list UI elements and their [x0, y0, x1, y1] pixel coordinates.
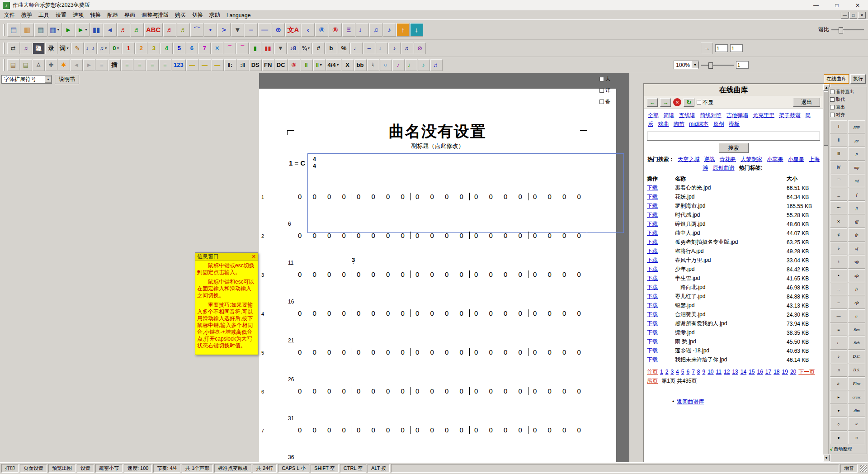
- zoom-select[interactable]: 100%▼: [674, 61, 699, 69]
- category-link[interactable]: 五线谱: [679, 112, 695, 118]
- target-icon[interactable]: ⊕: [272, 23, 285, 37]
- status-segment[interactable]: 页面设置: [20, 464, 47, 473]
- status-segment[interactable]: 速度: 100: [124, 464, 152, 473]
- measure[interactable]: 0 0 0 0: [352, 193, 411, 200]
- symbol-button[interactable]: —: [830, 309, 847, 322]
- hot-search-link[interactable]: 小苹果: [767, 156, 783, 162]
- dynamic-button[interactable]: ∞: [848, 417, 865, 431]
- input-switch-icon[interactable]: ⇄: [7, 43, 19, 54]
- symbol-button[interactable]: ♩: [830, 337, 847, 350]
- select-caret-icon[interactable]: ▼: [231, 23, 244, 37]
- last-page-link[interactable]: 尾页: [647, 378, 658, 384]
- download-link[interactable]: 下载: [647, 347, 658, 354]
- staccato-icon[interactable]: •: [204, 23, 217, 37]
- dynamic-button[interactable]: fz: [848, 283, 865, 296]
- close-icon[interactable]: ✕: [252, 254, 256, 260]
- page-link[interactable]: 15: [749, 369, 755, 375]
- sidebar-option-checkbox[interactable]: 直出: [830, 104, 865, 110]
- octave-circle-icon[interactable]: ⑧: [288, 59, 300, 71]
- page-link[interactable]: 1: [660, 369, 663, 375]
- category-link[interactable]: 简谱: [663, 112, 674, 118]
- symbol-button[interactable]: Ⅲ: [830, 147, 847, 161]
- status-segment[interactable]: CAPS L 小: [278, 464, 309, 473]
- measure[interactable]: 0 0 0 0: [470, 232, 528, 239]
- mdi-window-button[interactable]: —: [841, 12, 849, 19]
- dynamic-button[interactable]: Fine: [848, 377, 865, 390]
- menu-item[interactable]: 调整与排版: [138, 10, 172, 20]
- download-link[interactable]: 下载: [647, 284, 658, 290]
- download-link[interactable]: 下载: [647, 230, 658, 236]
- status-segment[interactable]: 预览出图: [48, 464, 75, 473]
- digit-6-button[interactable]: 6: [186, 43, 198, 54]
- font-symbol-select[interactable]: 字体扩展符号▼: [1, 75, 52, 84]
- dash-short-icon[interactable]: —: [186, 59, 198, 71]
- download-link[interactable]: 下载: [647, 311, 658, 318]
- execute-tab[interactable]: 执行: [850, 74, 866, 84]
- measure[interactable]: 0 0 0 0: [470, 426, 528, 434]
- digit-2-button[interactable]: 2: [135, 43, 147, 54]
- measure[interactable]: 0 0 0 0: [293, 387, 352, 395]
- tools-icon[interactable]: ✚: [45, 59, 57, 71]
- slur-icon[interactable]: ⌒: [190, 23, 203, 37]
- category-link[interactable]: 简线对照: [700, 112, 722, 118]
- toolbar-grip[interactable]: [3, 59, 5, 71]
- checkbox-icon[interactable]: [830, 97, 835, 102]
- dash-long-icon[interactable]: —: [212, 59, 224, 71]
- digit-0-button[interactable]: 0▼: [110, 43, 122, 54]
- download-link[interactable]: 下载: [647, 266, 658, 272]
- page-number-input[interactable]: [736, 61, 749, 69]
- menu-item[interactable]: 切换: [189, 10, 206, 20]
- quarter-note-icon[interactable]: ♩: [350, 43, 363, 54]
- sixteenth-note-icon[interactable]: ♬: [401, 43, 413, 54]
- goto-measure-icon[interactable]: →: [701, 43, 713, 54]
- category-link[interactable]: mid课本: [689, 121, 708, 127]
- barline-select-icon[interactable]: ‖▼: [313, 59, 326, 71]
- score-option-checkbox[interactable]: 详: [599, 87, 628, 94]
- digit-3-button[interactable]: 3: [148, 43, 160, 54]
- spacing-auto-icon[interactable]: ≡: [159, 59, 171, 71]
- menu-item[interactable]: 界面: [121, 10, 138, 20]
- measure[interactable]: 0 0 0 0: [411, 232, 470, 239]
- menu-item[interactable]: 教学: [18, 10, 35, 20]
- online-library-tab[interactable]: 在线曲库: [824, 74, 849, 84]
- measure[interactable]: 0 0 0 0: [411, 348, 470, 356]
- eighth-note-icon[interactable]: ♪: [388, 43, 401, 54]
- scroll-down-icon[interactable]: ▼: [823, 455, 830, 461]
- menu-item[interactable]: 配器: [104, 10, 121, 20]
- dynamic-button[interactable]: cresc: [848, 391, 865, 404]
- delete-note-icon[interactable]: ✕: [211, 43, 223, 54]
- download-link[interactable]: 下载: [647, 356, 658, 363]
- time-44-icon[interactable]: 4/4▼: [326, 59, 341, 71]
- menu-item[interactable]: 转换: [87, 10, 104, 20]
- symbol-button[interactable]: ▸: [830, 391, 847, 404]
- download-link[interactable]: 下载: [647, 248, 658, 254]
- status-segment[interactable]: 设置: [77, 464, 94, 473]
- score-subtitle[interactable]: 副标题（点此修改）: [259, 142, 616, 150]
- lyrics-abc-icon[interactable]: ABC: [144, 23, 163, 37]
- hot-search-link[interactable]: 逆战: [704, 156, 715, 162]
- spacing-narrow-icon[interactable]: ≡: [121, 59, 133, 71]
- download-link[interactable]: 下载: [647, 302, 658, 308]
- measure[interactable]: 0 0 0 0: [293, 270, 352, 278]
- octave-up-icon[interactable]: ⑧: [315, 23, 328, 37]
- status-segment[interactable]: 共 24行: [253, 464, 277, 473]
- accent-icon[interactable]: >: [217, 23, 231, 37]
- notes-green-icon[interactable]: ♬: [131, 23, 144, 37]
- open-file-icon[interactable]: ▥: [21, 23, 34, 37]
- measure[interactable]: 0 0 0 0: [470, 193, 528, 200]
- measure[interactable]: 0 0 0 0: [293, 426, 352, 434]
- insert-button[interactable]: 插: [108, 59, 121, 71]
- back-icon[interactable]: ◄: [71, 59, 83, 71]
- symbol-button[interactable]: ○: [830, 417, 847, 431]
- back-angle-icon[interactable]: ‹: [302, 23, 315, 37]
- score-scale-slider[interactable]: [831, 26, 864, 33]
- play-icon[interactable]: ►: [62, 23, 75, 37]
- symbol-button[interactable]: Ⅰ: [830, 120, 847, 133]
- measure[interactable]: 0 0 0 0: [470, 348, 528, 356]
- measure[interactable]: 0 0 0 0: [293, 232, 352, 239]
- digit-5-button[interactable]: 5: [173, 43, 185, 54]
- symbol-button[interactable]: ♭: [830, 242, 847, 255]
- category-link[interactable]: 原创: [713, 121, 724, 127]
- search-button[interactable]: 搜索: [719, 143, 749, 153]
- stave-icon[interactable]: Ξ: [342, 23, 355, 37]
